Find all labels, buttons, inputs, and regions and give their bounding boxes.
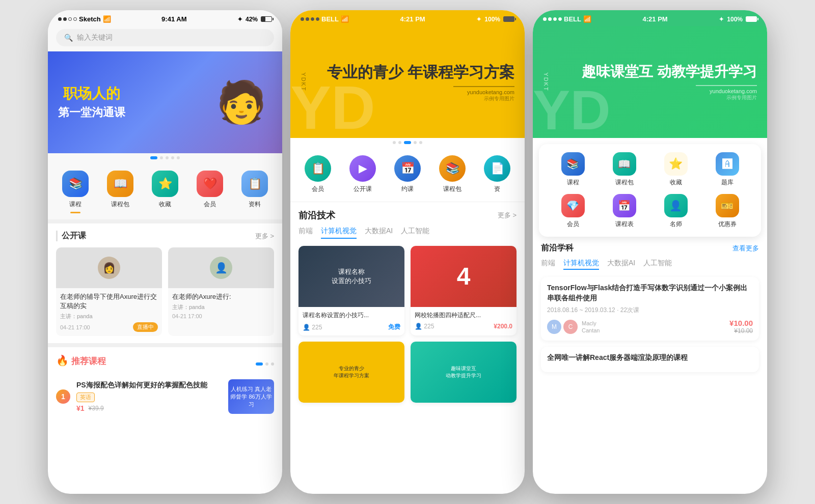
tab-ai[interactable]: 人工智能	[401, 227, 429, 239]
icon-courses[interactable]: 📚 课程	[62, 171, 89, 213]
p2-footer-1: 👤 225 免费	[303, 323, 400, 331]
dot3-2	[548, 17, 552, 21]
p2-card-1[interactable]: 课程名称设置的小技巧 课程名称设置的小技巧... 👤 225 免费	[298, 246, 404, 335]
p2-opencourse-circle: ▶	[349, 155, 376, 182]
tab-cv[interactable]: 计算机视觉	[321, 227, 357, 239]
p3-avatar-cantan: C	[563, 320, 578, 334]
search-bar[interactable]: 🔍 输入关键词	[56, 29, 274, 46]
icon-favorites-circle: ⭐	[152, 171, 178, 197]
wifi-2: 📶	[341, 15, 349, 23]
banner-dot-2	[160, 156, 163, 159]
p2-member-label: 会员	[312, 185, 324, 193]
bd2-5	[419, 141, 422, 144]
time-3: 4:21 PM	[643, 15, 668, 23]
p3-timetable-circle: 📅	[613, 194, 636, 217]
phone3-subject-header: 前沿学科 查看更多	[541, 243, 759, 254]
p3-avatar-macly: M	[547, 320, 561, 334]
banner-dots-2	[290, 138, 525, 147]
p3-vip-label: 会员	[567, 220, 579, 229]
course-avatar-1: 👩	[98, 257, 120, 279]
p2-thumb-3: 专业的青少年课程学习方案	[298, 342, 404, 403]
status-right-2: ✦ 100%	[476, 16, 514, 23]
icon-material-circle: 📋	[241, 171, 268, 197]
course-card-info-2: 在老师的Axure进行: 主讲：panda 04-21 17:00	[168, 288, 274, 323]
dot3-3	[553, 17, 557, 21]
banner-dots	[48, 153, 282, 162]
p3-package-circle: 📖	[613, 152, 636, 176]
banner-main-text: 职场人的	[58, 85, 125, 103]
p3-course-title-1: TensorFlow与Flask结合打造手写体数字识别通过一个小案例出串联各组件…	[547, 283, 753, 303]
battery-pct-3: 100%	[727, 16, 743, 23]
phone2-tech-more[interactable]: 更多 >	[498, 211, 517, 220]
p3-tab-bigdata[interactable]: 大数据AI	[607, 259, 635, 270]
icon-member[interactable]: ❤️ 会员	[197, 171, 223, 213]
battery-3	[746, 16, 757, 22]
p2-price-2: ¥200.0	[494, 323, 512, 330]
status-bar-1: Sketch 📶 9:41 AM ✦ 42%	[48, 10, 282, 26]
p2-icon-opencourse[interactable]: ▶ 公开课	[349, 155, 376, 193]
battery-pct-2: 100%	[484, 16, 500, 23]
p3-icon-teacher[interactable]: 👤 名师	[664, 194, 688, 229]
banner-1: 职场人的 第一堂沟通课 🧑	[48, 51, 282, 153]
p3-vip-circle: 💎	[561, 194, 585, 217]
banner-main-2: 专业的青少 年课程学习方案 yunduoketang.com 示例专用图片	[327, 62, 514, 102]
tab-frontend[interactable]: 前端	[298, 227, 313, 239]
phone2-tech-header: 前沿技术 更多 >	[298, 209, 517, 221]
p3-icon-courses[interactable]: 📚 课程	[561, 152, 585, 187]
course-card-1[interactable]: 👩 在老师的辅导下使用Axure进行交互稿的实 主讲：panda 04-21 1…	[56, 247, 162, 336]
tab-bigdata[interactable]: 大数据AI	[365, 227, 393, 239]
p3-icon-vip[interactable]: 💎 会员	[561, 194, 585, 229]
recommend-tag: 英语	[76, 393, 95, 402]
bd2-3	[404, 141, 411, 144]
p2-card-2[interactable]: 4 网校轮播图四种适配尺... 👤 225 ¥200.0	[411, 246, 517, 335]
banner-text-3: 趣味课堂互 动教学提升学习	[582, 63, 757, 81]
icon-package[interactable]: 📖 课程包	[107, 171, 133, 213]
p3-tab-ai[interactable]: 人工智能	[643, 259, 672, 270]
p2-icon-member[interactable]: 📋 会员	[305, 155, 331, 193]
vertical-text-3: YDKT	[543, 72, 549, 91]
icon-favorites[interactable]: ⭐ 收藏	[152, 171, 178, 213]
divider-2	[48, 343, 282, 347]
status-left-1: Sketch 📶	[58, 15, 111, 23]
p3-favorites-circle: ⭐	[664, 152, 688, 176]
p3-course-2[interactable]: 全网唯一讲解React服务器端渲染原理的课程	[541, 347, 759, 372]
p3-timetable-label: 课程表	[615, 220, 634, 229]
p3-tab-frontend[interactable]: 前端	[541, 259, 555, 270]
icons-grid-1: 📚 课程 📖 课程包 ⭐ 收藏 ❤️ 会员 📋 资料	[48, 162, 282, 219]
p3-course-1[interactable]: TensorFlow与Flask结合打造手写体数字识别通过一个小案例出串联各组件…	[541, 277, 759, 341]
p3-icon-timetable[interactable]: 📅 课程表	[613, 194, 636, 229]
p3-icon-package[interactable]: 📖 课程包	[613, 152, 636, 187]
p2-card-3[interactable]: 专业的青少年课程学习方案	[298, 342, 404, 403]
recommend-card[interactable]: 1 PS海报配色详解如何更好的掌握配色技能 英语 ¥1 ¥39.9 人机练习 真…	[56, 379, 274, 414]
p2-card-4[interactable]: 趣味课堂互动教学提升学习	[411, 342, 517, 403]
p2-booking-circle: 📅	[394, 155, 421, 182]
p3-icon-favorites[interactable]: ⭐ 收藏	[664, 152, 688, 187]
vertical-text-2: YDKT	[301, 72, 307, 91]
p2-icon-booking[interactable]: 📅 约课	[394, 155, 421, 193]
p3-tab-cv[interactable]: 计算机视觉	[563, 259, 599, 270]
p2-icon-material[interactable]: 📄 资	[484, 155, 510, 193]
status-right-1: ✦ 42%	[237, 16, 272, 23]
icon-material[interactable]: 📋 资料	[241, 171, 268, 213]
course-card-2[interactable]: 👤 在老师的Axure进行: 主讲：panda 04-21 17:00	[168, 247, 274, 336]
banner-sample-3: 示例专用图片	[582, 94, 757, 101]
phone3-subject-section: 前沿学科 查看更多 前端 计算机视觉 大数据AI 人工智能 TensorFlow…	[533, 243, 767, 385]
dot2-3	[311, 17, 314, 21]
p3-icon-questionbank[interactable]: 🅰 题库	[716, 152, 739, 187]
p2-booking-label: 约课	[401, 185, 414, 193]
p2-material-label: 资	[494, 185, 500, 193]
p3-price-1: ¥10.00 ¥10.00	[729, 319, 753, 334]
phone3-subject-more[interactable]: 查看更多	[732, 244, 759, 253]
p3-favorites-label: 收藏	[670, 178, 682, 187]
p3-icon-coupon[interactable]: 🎫 优惠券	[716, 194, 739, 229]
status-bar-2: BELL 📶 4:21 PM ✦ 100%	[290, 10, 525, 26]
recommend-thumb: 人机练习 真人老师督学 86万人学习	[228, 379, 274, 414]
icon-member-label: 会员	[204, 200, 216, 209]
course-presenter-1: 主讲：panda	[60, 313, 158, 320]
network-label: Sketch	[79, 15, 101, 23]
recommend-course-title: PS海报配色详解如何更好的掌握配色技能	[76, 381, 222, 390]
course-time-1: 04-21 17:00	[60, 324, 90, 330]
p2-icon-pkg[interactable]: 📚 课程包	[439, 155, 466, 193]
public-course-more[interactable]: 更多 >	[255, 232, 274, 241]
p3-course-title-2: 全网唯一讲解React服务器端渲染原理的课程	[547, 353, 753, 363]
